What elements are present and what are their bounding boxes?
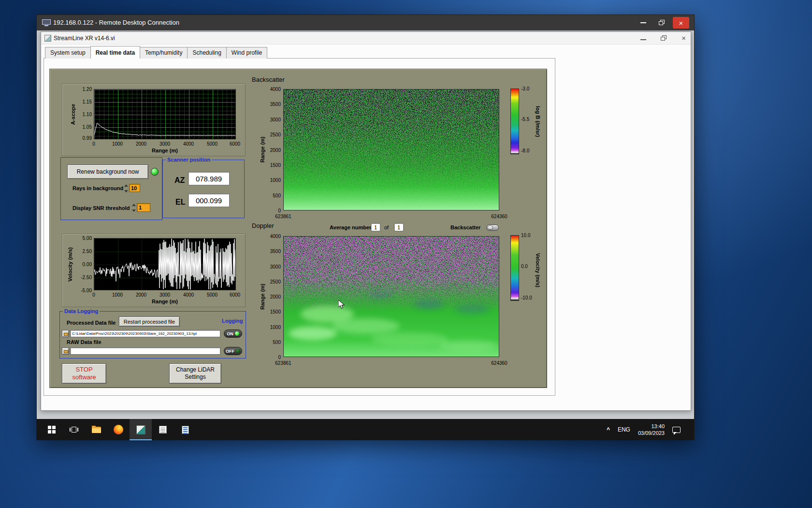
doppler-colorbar-label: Velocity (m/s) [535,236,541,304]
firefox-button[interactable] [107,419,130,440]
x-tick: 2000 [136,292,146,298]
raw-browse-button[interactable] [62,347,69,355]
tab-bar: System setup Real time data Temp/humidit… [45,46,267,59]
rdp-minimize-button[interactable] [636,17,651,29]
el-value-field[interactable]: 000.099 [188,194,230,207]
tab-scheduling[interactable]: Scheduling [187,47,226,59]
local-desktop: 192.168.0.122 - Remote Desktop Connectio… [0,0,812,508]
y-tick: 3500 [270,102,281,107]
app-maximize-button[interactable] [661,35,667,41]
processed-path-field[interactable]: C:\Lidar\Data\Proc\2023\202309\20230903\… [70,330,220,337]
average-number-field[interactable]: 1 [371,223,380,231]
app-minimize-button[interactable] [640,39,646,40]
snr-value-field[interactable]: 1 [137,203,150,212]
backscatter-colorbar-label: log B (/m/sr) [535,88,541,155]
scanner-position-title: Scanner position [166,157,212,163]
x-tick: 4000 [183,292,194,298]
y-tick: 2500 [270,279,281,284]
y-tick: -5.00 [81,288,92,293]
rdp-titlebar[interactable]: 192.168.0.122 - Remote Desktop Connectio… [37,15,694,30]
change-button-line1: Change LiDAR [176,366,215,374]
velocity-y-ticks: 5.00 2.50 0.00 -2.50 -5.00 [73,238,92,290]
streamline-app-icon [136,425,145,434]
folder-icon [64,333,68,336]
remote-taskbar: ^ ENG 13:40 03/09/2023 [37,419,694,440]
scan-scheduler-icon [159,426,167,433]
tab-temp-humidity[interactable]: Temp/humidity [140,47,188,59]
y-tick: 2500 [270,132,281,137]
tab-system-setup[interactable]: System setup [45,47,91,59]
app-close-button[interactable]: × [682,35,686,41]
raw-path-field[interactable] [70,347,220,355]
ascope-graph: A-scope 1.20 1.15 1.10 1.05 0.99 0 [62,84,246,156]
snr-threshold-label: Display SNR threshold [72,205,130,211]
app-titlebar[interactable]: StreamLine XR v14-6.vi × [41,32,691,45]
y-tick: 4000 [270,87,281,92]
rays-value-field[interactable]: 10 [129,184,140,192]
backscatter-x-start: 623861 [275,214,291,219]
y-tick: 3500 [270,249,281,254]
task-view-button[interactable] [63,419,85,440]
rays-stepper[interactable] [124,184,129,193]
backscatter-toggle-label: Backscatter [450,224,480,230]
y-tick: 2000 [270,148,281,153]
x-tick: 4000 [183,141,194,147]
scanner-position-box: Scanner position AZ 078.989 EL 000.099 [162,160,245,218]
mouse-cursor [338,300,345,310]
taskbar-clock[interactable]: 13:40 03/09/2023 [638,423,665,436]
snr-stepper[interactable] [132,204,136,212]
renew-background-button[interactable]: Renew background now [67,164,148,179]
y-tick: 1000 [270,325,281,330]
change-lidar-settings-button[interactable]: Change LiDAR Settings [169,363,221,384]
x-tick: 5000 [207,292,218,298]
x-tick: 6000 [230,141,240,147]
folder-icon [64,350,68,353]
language-indicator[interactable]: ENG [618,426,630,433]
y-tick: 1.20 [83,87,92,92]
stop-button-line1: STOP [75,366,92,374]
y-tick: 1500 [270,163,281,168]
windows-logo-icon [48,426,56,433]
el-label: EL [175,198,185,207]
hidden-icons-chevron-icon[interactable]: ^ [607,426,610,433]
tab-wind-profile[interactable]: Wind profile [226,47,267,59]
rdp-maximize-button[interactable] [654,17,669,29]
raw-logging-toggle[interactable]: OFF [224,347,242,355]
stop-software-button[interactable]: STOP software [62,363,106,384]
y-tick: 500 [273,340,281,345]
restart-processed-file-button[interactable]: Restart processed file [119,316,180,327]
processed-logging-toggle[interactable]: ON [224,329,242,338]
task-view-icon [70,426,78,433]
x-tick: 1000 [112,292,123,298]
az-value-field[interactable]: 078.989 [188,172,230,185]
backscatter-doppler-toggle[interactable] [486,224,499,231]
action-center-icon[interactable] [672,427,681,433]
notes-app-button[interactable] [174,419,196,440]
start-button[interactable] [41,419,63,440]
processed-data-file-label: Processed Data file [67,320,116,326]
y-tick: 0 [278,355,281,360]
y-tick: 0 [278,208,281,213]
app-window: StreamLine XR v14-6.vi × System setup Re… [41,31,691,411]
ascope-y-ticks: 1.20 1.15 1.10 1.05 0.99 [74,89,92,139]
processed-browse-button[interactable] [62,330,69,337]
data-logging-box: Data Logging Processed Data file Restart… [59,311,246,359]
taskbar-time: 13:40 [638,423,665,430]
y-tick: 4000 [270,234,281,239]
tab-real-time-data[interactable]: Real time data [90,46,140,59]
colorbar-tick: -8.0 [521,148,529,153]
logging-off-led-icon [236,349,240,353]
file-explorer-button[interactable] [85,419,107,440]
average-total-field[interactable]: 1 [394,223,404,231]
toggle-state-label: ON [227,331,233,336]
rays-in-background-label: Rays in background [72,185,123,191]
y-tick: 0.00 [83,262,92,267]
firefox-icon [114,425,123,434]
logging-on-led-icon [235,331,239,336]
backscatter-x-end: 624360 [491,214,507,219]
rdp-close-button[interactable]: × [673,17,689,29]
doppler-colorbar [510,235,519,301]
streamline-app-button[interactable] [130,419,152,440]
scan-scheduler-button[interactable] [152,419,174,440]
y-tick: 3000 [270,264,281,269]
